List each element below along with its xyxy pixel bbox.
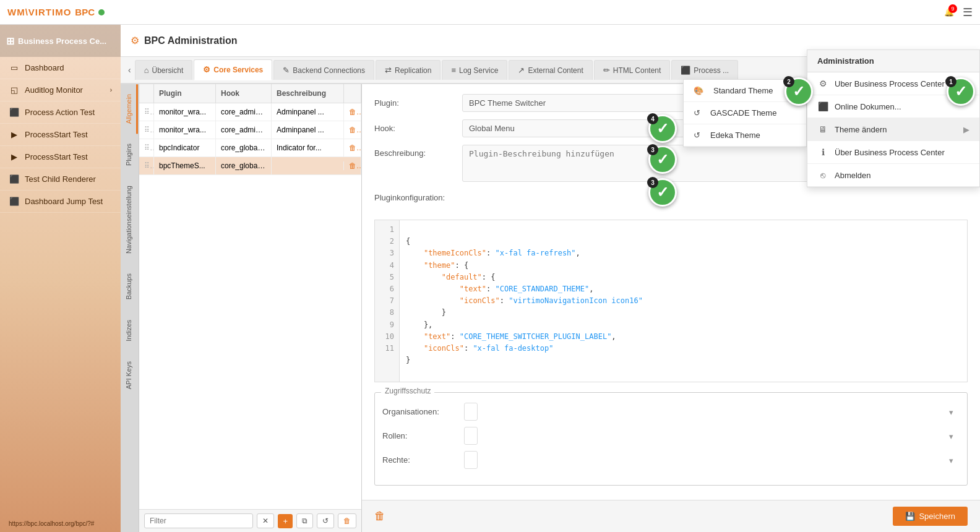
- tab-core-services[interactable]: ⚙ Core Services: [194, 59, 272, 80]
- status-dot: [98, 9, 105, 15]
- tab-html-content[interactable]: ✏ HTML Content: [594, 60, 671, 80]
- sidebar-item-child-renderer[interactable]: ⬛ Test Child Renderer: [0, 168, 121, 191]
- notification-bell[interactable]: 🔔 9: [944, 7, 954, 17]
- vtab-backups[interactable]: Backups: [121, 264, 138, 309]
- sidebar-item-dashboard[interactable]: ▭ Dashboard: [0, 57, 121, 79]
- refresh-icon-sub: ↺: [694, 108, 700, 118]
- dropdown-uber-info[interactable]: ℹ Über Business Process Center: [807, 141, 979, 164]
- brand: WM\VIRTIMO BPC: [7, 7, 105, 17]
- delete-plugin-btn[interactable]: 🗑: [338, 513, 356, 528]
- dropdown-abmelden[interactable]: ⎋ Abmelden: [807, 164, 979, 187]
- save-label: Speichern: [919, 512, 955, 521]
- tab-external-content[interactable]: ↗ External Content: [509, 60, 592, 80]
- rechte-label: Rechte:: [382, 455, 457, 465]
- plugin-desc: Adminpanel ...: [272, 121, 344, 139]
- monitor-icon: 🖥: [817, 124, 828, 134]
- arrow-right-icon: ▶: [963, 125, 969, 134]
- sidebar-item-label: ProcessStart Test: [25, 152, 88, 161]
- sidebar-item-processstart-2[interactable]: ▶ ProcessStart Test: [0, 146, 121, 168]
- sidebar-item-auditlog[interactable]: ◱ Auditlog Monitor ›: [0, 79, 121, 101]
- table-row[interactable]: ⠿ monitor_wra... core_admin_... Adminpan…: [139, 103, 361, 121]
- rollen-row: Rollen:: [382, 427, 960, 445]
- sub-theme-gascade[interactable]: ↺ GASCADE Theme: [684, 102, 806, 124]
- tab-prev-btn[interactable]: ‹: [124, 62, 135, 77]
- sidebar: ⊞ Business Process Ce... ▭ Dashboard ◱ A…: [0, 25, 121, 532]
- bpc-icon: ⚙: [817, 79, 828, 88]
- sidebar-item-dashboard-jump[interactable]: ⬛ Dashboard Jump Test: [0, 191, 121, 213]
- sidebar-footer[interactable]: https://bpc.localhost.org/bpc/?#: [0, 515, 121, 532]
- pluginkonfig-label: Pluginkonfiguration:: [374, 193, 455, 202]
- add-plugin-btn[interactable]: +: [278, 514, 293, 528]
- tab-process[interactable]: ⬛ Process ...: [671, 60, 738, 80]
- plugin-desc: Indicator for...: [272, 139, 344, 157]
- sub-theme-edeka[interactable]: ↺ Edeka Theme: [684, 124, 806, 147]
- navbar: WM\VIRTIMO BPC 🔔 9 ☰: [0, 0, 980, 25]
- copy-plugin-btn[interactable]: ⧉: [296, 513, 313, 528]
- rollen-select[interactable]: [464, 427, 478, 445]
- table-row[interactable]: ⠿ bpcThemeS... core_global_... 🗑: [139, 157, 361, 175]
- tab-replication[interactable]: ⇄ Replication: [376, 60, 441, 80]
- sidebar-item-label: Auditlog Monitor: [25, 85, 83, 95]
- drag-handle: ⠿: [139, 103, 154, 121]
- save-button[interactable]: 💾 Speichern: [893, 507, 968, 526]
- delete-btn[interactable]: 🗑: [344, 157, 361, 174]
- delete-btn[interactable]: 🗑: [344, 121, 361, 139]
- col-header-beschreibung: Beschreibung: [272, 84, 344, 103]
- sub-theme-standard[interactable]: 🎨 Standard Theme: [684, 80, 806, 102]
- organisationen-label: Organisationen:: [382, 407, 457, 416]
- plugin-list-footer: ✕ + ⧉ ↺ 🗑: [139, 509, 361, 532]
- plugin-list-panel: Plugin Hook Beschreibung ⠿ monitor_wra..…: [139, 84, 362, 532]
- sidebar-url: https://bpc.localhost.org/bpc/?#: [9, 520, 94, 527]
- tab-log-service[interactable]: ≡ Log Service: [442, 60, 507, 80]
- delete-btn[interactable]: 🗑: [344, 103, 361, 121]
- filter-clear-btn[interactable]: ✕: [257, 513, 274, 528]
- code-content[interactable]: { "themeIconCls": "x-fal fa-refresh", "t…: [400, 220, 649, 382]
- sidebar-item-processstart-1[interactable]: ▶ ProcessStart Test: [0, 124, 121, 146]
- zugriffsschutz-section: Zugriffsschutz Organisationen: Rollen:: [374, 392, 968, 486]
- sidebar-item-label: ProcessStart Test: [25, 130, 88, 139]
- sidebar-item-process-action[interactable]: ⬛ Process Action Test: [0, 101, 121, 124]
- refresh-plugin-btn[interactable]: ↺: [317, 513, 334, 528]
- filter-input[interactable]: [144, 513, 253, 528]
- table-row[interactable]: ⠿ monitor_wra... core_admin_... Adminpan…: [139, 121, 361, 139]
- vtab-allgemein[interactable]: Allgemein: [121, 84, 138, 134]
- tab-ubersicht[interactable]: ⌂ Übersicht: [135, 60, 193, 80]
- dropdown-theme-aendern[interactable]: 🖥 Theme ändern ▶: [807, 118, 979, 141]
- content-header-icon: ⚙: [131, 35, 139, 46]
- sidebar-header: ⊞ Business Process Ce...: [0, 25, 121, 57]
- vtab-indizes[interactable]: Indizes: [121, 310, 138, 351]
- table-row[interactable]: ⠿ bpcIndicator core_global_... Indicator…: [139, 139, 361, 157]
- hamburger-menu[interactable]: ☰: [963, 6, 973, 19]
- sidebar-item-label: Dashboard: [25, 63, 64, 72]
- auditlog-icon: ◱: [9, 85, 20, 95]
- vtab-plugins[interactable]: Plugins: [121, 134, 138, 176]
- delete-btn[interactable]: 🗑: [344, 139, 361, 157]
- vtab-api-keys[interactable]: API Keys: [121, 351, 138, 399]
- col-header-hook: Hook: [216, 84, 272, 103]
- plugin-hook: core_global_...: [216, 157, 272, 174]
- code-editor[interactable]: 1234567891011 { "themeIconCls": "x-fal f…: [374, 220, 968, 382]
- dropdown-online-docs[interactable]: ⬛ Online Dokumen...: [807, 95, 979, 118]
- col-header-plugin: Plugin: [154, 84, 216, 103]
- processstart1-icon: ▶: [9, 130, 20, 139]
- tab-backend-connections[interactable]: ✎ Backend Connections: [273, 60, 374, 80]
- plugin-name: bpcThemeS...: [154, 157, 216, 174]
- pluginkonfig-row: Pluginkonfiguration:: [374, 189, 968, 202]
- plugin-name: monitor_wra...: [154, 103, 216, 121]
- vertical-tabs: Allgemein Plugins Navigationseinstellung…: [121, 84, 139, 532]
- plugin-name: monitor_wra...: [154, 121, 216, 139]
- main-layout: ⊞ Business Process Ce... ▭ Dashboard ◱ A…: [0, 25, 980, 532]
- dashboard-icon: ▭: [9, 63, 20, 72]
- drag-handle: ⠿: [139, 139, 154, 157]
- process-action-icon: ⬛: [9, 108, 20, 117]
- dropdown-uber-bpc[interactable]: ⚙ Uber Business Process Center: [807, 72, 979, 95]
- delete-record-btn[interactable]: 🗑: [374, 510, 385, 523]
- logout-icon: ⎋: [817, 170, 828, 180]
- plugin-list-scroll[interactable]: ⠿ monitor_wra... core_admin_... Adminpan…: [139, 103, 361, 509]
- plugin-hook: core_global_...: [216, 139, 272, 157]
- rechte-select[interactable]: [464, 451, 478, 469]
- content-header-title: BPC Administration: [144, 35, 238, 46]
- organisationen-select[interactable]: [464, 403, 478, 421]
- vtab-navigationseinstellung[interactable]: Navigationseinstellung: [121, 176, 138, 264]
- arrow-icon: ›: [110, 87, 112, 93]
